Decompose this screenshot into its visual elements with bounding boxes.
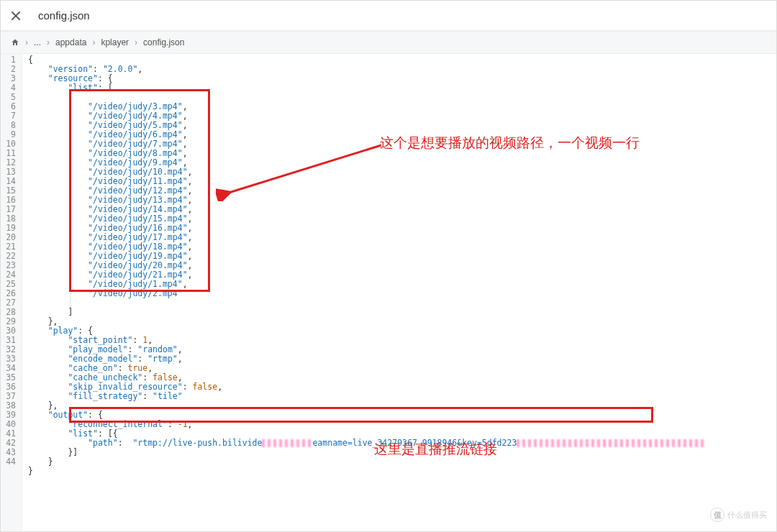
watermark-text: 什么值得买 [727,510,767,520]
breadcrumb-seg[interactable]: config.json [143,37,184,47]
close-icon[interactable] [11,11,21,21]
chevron-right-icon: › [92,37,95,47]
annotation-text: 这个是想要播放的视频路径，一个视频一行 [380,134,640,152]
titlebar: config.json [1,1,776,31]
watermark: 值 什么值得买 [710,508,767,522]
breadcrumb-seg[interactable]: kplayer [101,37,129,47]
breadcrumb-seg[interactable]: appdata [55,37,86,47]
chevron-right-icon: › [47,37,50,47]
code-area[interactable]: { "version": "2.0.0", "resource": { "lis… [22,54,776,531]
annotation-text: 这里是直播推流链接 [374,440,497,459]
watermark-logo: 值 [710,508,724,522]
filename-label: config.json [38,9,90,22]
home-icon[interactable] [11,38,19,47]
code-editor[interactable]: 1234567891011121314151617181920212223242… [1,54,776,531]
chevron-right-icon: › [25,37,28,47]
chevron-right-icon: › [135,37,137,47]
breadcrumb: › ... › appdata › kplayer › config.json [1,31,776,54]
line-gutter: 1234567891011121314151617181920212223242… [1,54,22,531]
breadcrumb-ellipsis[interactable]: ... [34,37,41,47]
